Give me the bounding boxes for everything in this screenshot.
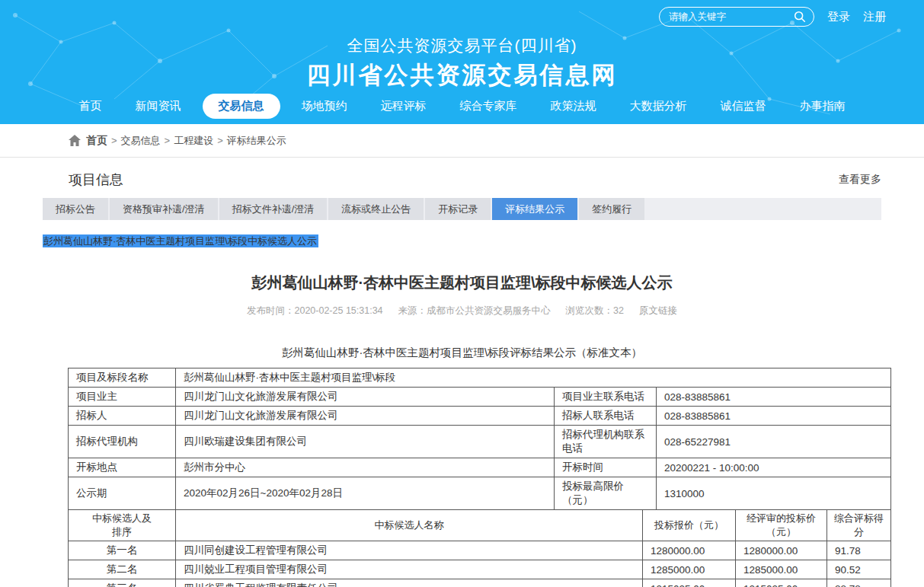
candidate-score: 91.78 xyxy=(827,541,891,560)
article-title: 彭州葛仙山林野·杏林中医主题村项目监理\标段中标候选人公示 xyxy=(43,273,881,293)
field-label: 招标代理机构联系电话 xyxy=(555,426,657,458)
register-link[interactable]: 注册 xyxy=(863,10,886,24)
tab-bid-document-addendum[interactable]: 招标文件补遗/澄清 xyxy=(219,198,328,220)
candidates-header-row: 中标候选人及 排序 中标候选人名称 投标报价（元） 经评审的投标价 （元） 综合… xyxy=(69,510,891,541)
table-row: 项目业主 四川龙门山文化旅游发展有限公司 项目业主联系电话 028-838858… xyxy=(69,388,891,407)
field-value: 彭州葛仙山林野·杏林中医主题村项目监理\标段 xyxy=(176,368,891,388)
banner-title: 四川省公共资源交易信息网 xyxy=(0,59,924,91)
tab-contract-performance[interactable]: 签约履行 xyxy=(579,198,644,220)
field-label: 开标地点 xyxy=(69,458,176,477)
candidate-price: 1285000.00 xyxy=(643,560,736,579)
section-title: 项目信息 xyxy=(69,171,123,189)
tab-failed-or-terminated[interactable]: 流标或终止公告 xyxy=(328,198,424,220)
main-content: 项目信息 查看更多 招标公告 资格预审补遗/澄清 招标文件补遗/澄清 流标或终止… xyxy=(0,158,924,587)
result-table-title: 彭州葛仙山林野·杏林中医主题村项目监理\标段评标结果公示（标准文本） xyxy=(43,346,881,360)
home-icon[interactable] xyxy=(69,135,81,146)
table-row: 项目及标段名称 彭州葛仙山林野·杏林中医主题村项目监理\标段 xyxy=(69,368,891,388)
field-label: 招标人 xyxy=(69,407,176,426)
candidate-score: 88.78 xyxy=(827,579,891,587)
nav-item-integrity[interactable]: 诚信监督 xyxy=(721,94,766,119)
column-header-rank: 中标候选人及 排序 xyxy=(69,510,176,541)
nav-item-expert-pool[interactable]: 综合专家库 xyxy=(460,94,517,119)
field-label: 投标最高限价（元） xyxy=(555,477,657,510)
field-label: 招标人联系电话 xyxy=(555,407,657,426)
field-value: 20200221 - 10:00:00 xyxy=(657,458,891,477)
candidate-evaluated-price: 1285000.00 xyxy=(736,560,827,579)
field-label: 公示期 xyxy=(69,477,176,510)
publish-time: 发布时间：2020-02-25 15:31:34 xyxy=(247,305,383,317)
column-header-score: 综合评标得分 xyxy=(827,510,891,541)
field-value: 028-83885861 xyxy=(657,407,891,426)
table-row: 招标人 四川龙门山文化旅游发展有限公司 招标人联系电话 028-83885861 xyxy=(69,407,891,426)
candidate-price: 1215025.00 xyxy=(643,579,736,587)
view-count: 浏览次数：32 xyxy=(566,305,624,317)
candidate-row: 第二名 四川兢业工程项目管理有限公司 1285000.00 1285000.00… xyxy=(69,560,891,579)
tab-prequalification-addendum[interactable]: 资格预审补遗/澄清 xyxy=(110,198,218,220)
field-label: 开标时间 xyxy=(555,458,657,477)
topbar: 登录 注册 xyxy=(659,7,886,27)
nav-item-news[interactable]: 新闻资讯 xyxy=(136,94,181,119)
candidate-row: 第一名 四川同创建设工程管理有限公司 1280000.00 1280000.00… xyxy=(69,541,891,560)
field-label: 项目及标段名称 xyxy=(69,368,176,388)
candidate-rank: 第三名 xyxy=(69,579,176,587)
nav-item-guide[interactable]: 办事指南 xyxy=(800,94,846,119)
field-value: 028-83885861 xyxy=(657,388,891,407)
search-box[interactable] xyxy=(659,7,814,27)
breadcrumb-evaluation-result[interactable]: 评标结果公示 xyxy=(227,134,286,148)
field-value: 028-65227981 xyxy=(657,426,891,458)
nav-item-home[interactable]: 首页 xyxy=(79,94,102,119)
breadcrumb-separator: > xyxy=(217,135,223,146)
tab-bid-opening-record[interactable]: 开标记录 xyxy=(425,198,491,220)
candidate-price: 1280000.00 xyxy=(643,541,736,560)
candidate-score: 90.52 xyxy=(827,560,891,579)
table-row: 公示期 2020年02月26日~2020年02月28日 投标最高限价（元） 13… xyxy=(69,477,891,510)
source: 来源：成都市公共资源交易服务中心 xyxy=(398,305,551,317)
page: 登录 注册 全国公共资源交易平台(四川省) 四川省公共资源交易信息网 首页 新闻… xyxy=(0,0,924,587)
field-value: 四川欧瑞建设集团有限公司 xyxy=(176,426,555,458)
candidate-rank: 第二名 xyxy=(69,560,176,579)
field-value: 四川龙门山文化旅游发展有限公司 xyxy=(176,407,555,426)
article-meta: 发布时间：2020-02-25 15:31:34 来源：成都市公共资源交易服务中… xyxy=(43,305,881,317)
field-label: 招标代理机构 xyxy=(69,426,176,458)
column-header-name: 中标候选人名称 xyxy=(176,510,643,541)
column-header-price: 投标报价（元） xyxy=(643,510,736,541)
view-more-link[interactable]: 查看更多 xyxy=(839,173,881,187)
project-info-table: 项目及标段名称 彭州葛仙山林野·杏林中医主题村项目监理\标段 项目业主 四川龙门… xyxy=(68,368,891,510)
field-label: 项目业主 xyxy=(69,388,176,407)
login-link[interactable]: 登录 xyxy=(827,10,850,24)
breadcrumb-home[interactable]: 首页 xyxy=(86,134,107,148)
original-link[interactable]: 原文链接 xyxy=(639,305,677,317)
section-head: 项目信息 查看更多 xyxy=(43,158,881,198)
tab-bid-announcement[interactable]: 招标公告 xyxy=(43,198,108,220)
nav-item-trade-info[interactable]: 交易信息 xyxy=(203,94,280,119)
candidate-evaluated-price: 1280000.00 xyxy=(736,541,827,560)
candidate-row: 第三名 四川省蜀典工程监理有限责任公司 1215025.00 1215025.0… xyxy=(69,579,891,587)
banner-subtitle: 全国公共资源交易平台(四川省) xyxy=(0,35,924,56)
breadcrumb-engineering[interactable]: 工程建设 xyxy=(174,134,213,148)
selected-text-line: 彭州葛仙山林野·杏林中医主题村项目监理\标段中标候选人公示 xyxy=(43,234,881,247)
search-input[interactable] xyxy=(669,11,793,22)
nav-item-policies[interactable]: 政策法规 xyxy=(551,94,596,119)
breadcrumb-separator: > xyxy=(111,135,117,146)
breadcrumb-trade-info[interactable]: 交易信息 xyxy=(121,134,161,148)
selected-text: 彭州葛仙山林野·杏林中医主题村项目监理\标段中标候选人公示 xyxy=(43,234,318,247)
tab-row: 招标公告 资格预审补遗/澄清 招标文件补遗/澄清 流标或终止公告 开标记录 评标… xyxy=(43,198,881,220)
breadcrumb-separator: > xyxy=(165,135,171,146)
candidates-table: 中标候选人及 排序 中标候选人名称 投标报价（元） 经评审的投标价 （元） 综合… xyxy=(68,509,891,587)
search-icon[interactable] xyxy=(793,10,807,24)
field-value: 彭州市分中心 xyxy=(176,458,555,477)
table-row: 招标代理机构 四川欧瑞建设集团有限公司 招标代理机构联系电话 028-65227… xyxy=(69,426,891,458)
field-value: 1310000 xyxy=(657,477,891,510)
field-value: 2020年02月26日~2020年02月28日 xyxy=(176,477,555,510)
tab-evaluation-result[interactable]: 评标结果公示 xyxy=(492,198,577,220)
nav-item-remote-evaluation[interactable]: 远程评标 xyxy=(381,94,427,119)
candidate-rank: 第一名 xyxy=(69,541,176,560)
nav-item-big-data[interactable]: 大数据分析 xyxy=(630,94,687,119)
main-nav: 首页 新闻资讯 交易信息 场地预约 远程评标 综合专家库 政策法规 大数据分析 … xyxy=(0,94,924,119)
table-row: 开标地点 彭州市分中心 开标时间 20200221 - 10:00:00 xyxy=(69,458,891,477)
nav-item-venue-booking[interactable]: 场地预约 xyxy=(302,94,347,119)
candidate-name: 四川省蜀典工程监理有限责任公司 xyxy=(176,579,643,587)
site-header: 登录 注册 全国公共资源交易平台(四川省) 四川省公共资源交易信息网 首页 新闻… xyxy=(0,0,924,124)
candidate-evaluated-price: 1215025.00 xyxy=(736,579,827,587)
candidate-name: 四川兢业工程项目管理有限公司 xyxy=(176,560,643,579)
